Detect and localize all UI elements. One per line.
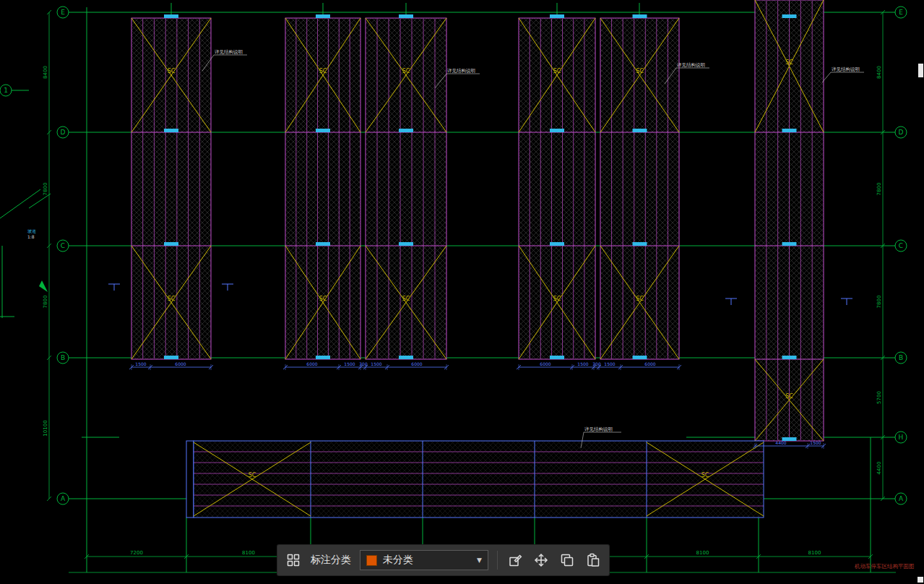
cad-drawing[interactable]: EEDDCCBBHAA18400780078001010084007800780… [0,0,924,584]
category-dropdown[interactable]: 未分类 ▼ [360,550,488,570]
svg-text:C: C [899,242,903,249]
drawing-title: 机动车停车区结构平面图 [855,563,915,570]
svg-text:A: A [61,495,66,502]
svg-text:D: D [899,129,904,136]
svg-text:1500: 1500 [344,361,355,366]
svg-text:SC: SC [402,68,410,74]
svg-text:SC: SC [553,68,561,74]
svg-text:8400: 8400 [876,66,882,79]
svg-text:7800: 7800 [43,183,48,196]
svg-text:详见结构说明: 详见结构说明 [832,66,860,72]
move-icon [534,553,548,567]
scrollbar-thumb[interactable] [918,64,923,77]
svg-text:C: C [61,242,65,249]
svg-text:5700: 5700 [876,391,882,404]
toolbar-divider [497,551,498,570]
svg-text:SC: SC [636,296,644,302]
category-color-swatch [366,555,377,566]
svg-text:8100: 8100 [242,550,255,556]
svg-text:B: B [899,354,903,361]
svg-text:SC: SC [701,472,709,478]
svg-text:SC: SC [636,68,644,74]
svg-text:7800: 7800 [876,296,882,309]
svg-text:7200: 7200 [130,550,143,556]
svg-text:SC: SC [785,59,793,66]
svg-text:坡道: 坡道 [27,228,36,233]
copy-button[interactable] [558,551,576,569]
svg-text:4400: 4400 [775,440,786,445]
category-label: 标注分类 [311,554,351,567]
svg-text:8100: 8100 [808,550,821,556]
svg-text:6000: 6000 [411,361,422,366]
svg-text:1500: 1500 [371,361,381,366]
svg-text:详见结构说明: 详见结构说明 [447,68,475,74]
svg-text:SC: SC [168,296,176,302]
svg-text:SC: SC [249,472,256,478]
svg-text:6000: 6000 [540,361,550,366]
svg-text:300: 300 [359,361,368,366]
annotate-button[interactable] [506,551,524,569]
svg-text:8100: 8100 [696,550,709,556]
copy-icon [560,553,574,567]
paste-icon [586,553,600,567]
svg-text:1500: 1500 [577,361,588,366]
grid-view-button[interactable] [285,551,302,569]
svg-text:7800: 7800 [876,183,882,196]
grid-icon [286,553,301,567]
paste-button[interactable] [584,551,602,569]
svg-text:D: D [61,129,66,136]
svg-text:A: A [899,495,904,502]
svg-text:详见结构说明: 详见结构说明 [215,49,243,55]
svg-text:B: B [61,354,65,361]
svg-text:详见结构说明: 详见结构说明 [584,426,613,432]
svg-text:7800: 7800 [43,296,48,309]
svg-text:1500: 1500 [135,361,146,366]
svg-text:4400: 4400 [876,462,882,475]
chevron-down-icon: ▼ [477,557,482,564]
svg-text:10100: 10100 [43,420,48,436]
svg-text:1500: 1500 [810,440,821,445]
resize-corner [917,577,923,583]
annotate-icon [508,553,522,567]
svg-text:6000: 6000 [644,361,655,366]
svg-text:SC: SC [319,68,327,74]
svg-text:SC: SC [785,393,793,400]
svg-text:SC: SC [402,296,410,302]
svg-text:SC: SC [553,296,561,302]
svg-text:6000: 6000 [306,361,317,366]
move-button[interactable] [532,551,550,569]
svg-text:300: 300 [592,361,601,366]
svg-text:H: H [899,434,904,441]
annotation-toolbar: 标注分类 未分类 ▼ [277,545,609,575]
svg-text:E: E [899,9,903,16]
svg-text:详见结构说明: 详见结构说明 [677,62,705,68]
category-value: 未分类 [383,554,471,567]
svg-text:SC: SC [319,296,327,302]
svg-text:1: 1 [4,87,8,94]
svg-text:6000: 6000 [175,361,186,366]
svg-text:E: E [61,9,65,16]
svg-text:1500: 1500 [604,361,615,366]
svg-text:SC: SC [168,68,176,74]
svg-text:1:8: 1:8 [27,234,35,239]
svg-text:8400: 8400 [43,66,48,79]
